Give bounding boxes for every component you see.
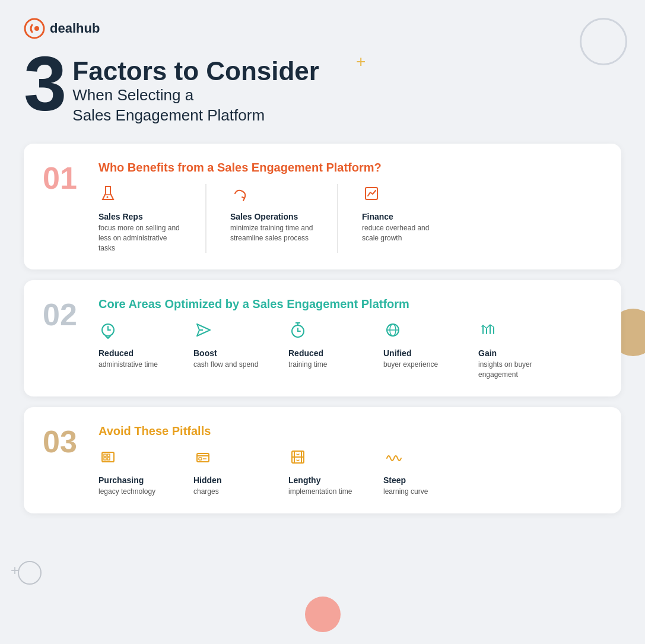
hidden-icon: [193, 448, 212, 471]
arrows-icon: [230, 184, 249, 207]
reduced-admin-title: Reduced: [99, 348, 134, 358]
gain-title: Gain: [478, 348, 497, 358]
globe-icon: [383, 321, 402, 344]
flask-icon: [99, 184, 117, 207]
learning-icon: [383, 448, 402, 471]
brand-name: dealhub: [50, 21, 100, 36]
card-1-number: 01: [43, 160, 84, 193]
card-2-content: Core Areas Optimized by a Sales Engageme…: [99, 297, 602, 380]
svg-rect-21: [104, 458, 106, 460]
item-boost: Boost cash flow and spend: [193, 321, 265, 370]
card-1-items: Sales Reps focus more on selling and les…: [99, 184, 602, 253]
page-header: 3 Factors to Consider When Selecting aSa…: [24, 51, 621, 126]
boost-title: Boost: [193, 348, 217, 358]
card-3-number: 03: [43, 424, 84, 457]
svg-point-3: [107, 196, 109, 198]
item-sales-ops: Sales Operations minimize training time …: [230, 184, 313, 243]
card-3: 03 Avoid These Pitfalls: [24, 407, 621, 513]
hidden-charges-title: Hidden: [193, 475, 221, 485]
legacy-title: Purchasing: [99, 475, 144, 485]
card-1-title: Who Benefits from a Sales Engagement Pla…: [99, 160, 602, 175]
svg-rect-19: [104, 454, 106, 456]
send-icon: [193, 321, 212, 344]
steep-title: Steep: [383, 475, 406, 485]
big-3: 3: [24, 45, 66, 122]
item-gain: Gain insights on buyer engagement: [478, 321, 561, 380]
svg-rect-20: [107, 454, 110, 456]
svg-rect-22: [107, 458, 110, 460]
divider-2: [337, 184, 338, 253]
card-1: 01 Who Benefits from a Sales Engagement …: [24, 144, 621, 269]
chart-icon: [362, 184, 381, 207]
gain-desc: insights on buyer engagement: [478, 360, 561, 380]
card-2: 02 Core Areas Optimized by a Sales Engag…: [24, 280, 621, 396]
deco-circle-bottom-center: [305, 597, 341, 632]
card-3-title: Avoid These Pitfalls: [99, 424, 602, 438]
item-legacy: Purchasing legacy technology: [99, 448, 170, 497]
item-sales-reps: Sales Reps focus more on selling and les…: [99, 184, 182, 253]
unified-title: Unified: [383, 348, 411, 358]
card-2-title: Core Areas Optimized by a Sales Engageme…: [99, 297, 602, 311]
legacy-desc: legacy technology: [99, 487, 155, 497]
finance-title: Finance: [362, 212, 393, 221]
reduced-training-desc: training time: [288, 360, 327, 370]
finance-desc: reduce overhead and scale growth: [362, 223, 445, 243]
legacy-icon: [99, 448, 117, 471]
boost-desc: cash flow and spend: [193, 360, 258, 370]
main-title: Factors to Consider: [72, 57, 319, 85]
dealhub-logo-icon: [24, 18, 45, 39]
item-finance: Finance reduce overhead and scale growth: [362, 184, 445, 243]
svg-rect-26: [199, 458, 202, 460]
logo: dealhub: [24, 18, 621, 39]
stopwatch-icon: [288, 321, 307, 344]
unified-desc: buyer experience: [383, 360, 438, 370]
card-2-number: 02: [43, 297, 84, 330]
card-2-items: Reduced administrative time Boost cash f…: [99, 321, 602, 380]
insights-icon: [478, 321, 497, 344]
item-hidden-charges: Hidden charges: [193, 448, 265, 497]
hidden-charges-desc: charges: [193, 487, 219, 497]
card-3-content: Avoid These Pitfalls Purcha: [99, 424, 602, 497]
sales-reps-title: Sales Reps: [99, 212, 143, 221]
sales-ops-desc: minimize training time and streamline sa…: [230, 223, 313, 243]
item-steep: Steep learning curve: [383, 448, 455, 497]
svg-point-1: [34, 26, 39, 31]
plus-decoration-left: +: [11, 562, 19, 579]
card-3-items: Purchasing legacy technology Hidden: [99, 448, 602, 497]
item-reduced-admin: Reduced administrative time: [99, 321, 170, 370]
deco-circle-bottom-left: [18, 561, 42, 585]
reduced-training-title: Reduced: [288, 348, 323, 358]
svg-marker-6: [197, 324, 210, 336]
sales-ops-title: Sales Operations: [230, 212, 298, 221]
reduced-admin-desc: administrative time: [99, 360, 158, 370]
divider-1: [205, 184, 206, 253]
lengthy-desc: implementation time: [288, 487, 352, 497]
clock-down-icon: [99, 321, 117, 344]
item-lengthy: Lengthy implementation time: [288, 448, 360, 497]
lengthy-title: Lengthy: [288, 475, 320, 485]
steep-desc: learning curve: [383, 487, 428, 497]
sub-title: When Selecting aSales Engagement Platfor…: [72, 85, 319, 126]
card-1-content: Who Benefits from a Sales Engagement Pla…: [99, 160, 602, 253]
item-unified: Unified buyer experience: [383, 321, 455, 370]
sales-reps-desc: focus more on selling and less on admini…: [99, 223, 182, 253]
lengthy-icon: [288, 448, 307, 471]
item-reduced-training: Reduced training time: [288, 321, 360, 370]
